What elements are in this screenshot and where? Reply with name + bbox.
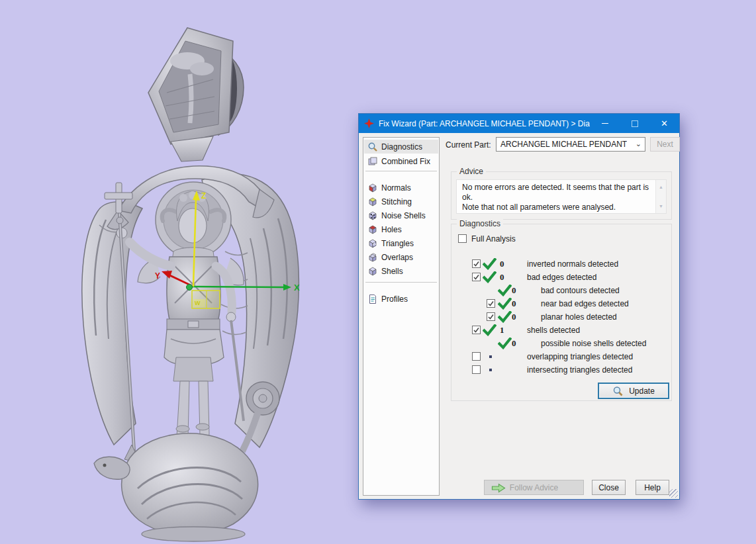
sidebar-item-label: Profiles [381,295,408,304]
app-logo-icon [364,118,374,128]
sidebar-item-holes[interactable]: Holes [364,222,438,236]
checkbox-check-icon [487,300,495,307]
update-button-label: Update [629,386,655,396]
diagnostic-row: 0 bad edges detected [451,271,671,284]
advice-text-box: No more errors are detected. It seems th… [456,179,667,214]
minimize-button[interactable] [590,114,620,133]
bail [148,28,244,161]
sidebar-item-combined-fix[interactable]: Combined Fix [364,154,438,168]
sidebar-item-label: Normals [381,183,411,193]
row-label: possible noise shells detected [541,339,646,348]
noise-shells-cube-icon [367,210,378,221]
diagnostics-group-label: Diagnostics [457,219,503,228]
row-checkbox[interactable] [487,312,495,321]
row-checkbox[interactable] [472,273,481,281]
row-label: bad edges detected [527,273,596,282]
current-part-value: ARCHANGEL MICHAEL PENDANT [500,140,627,149]
holes-cube-icon [367,224,378,235]
bullet-dot-icon [489,369,492,371]
full-analysis-checkbox[interactable] [458,234,467,243]
follow-advice-button[interactable]: Follow Advice [484,480,584,495]
magnifier-icon [612,386,623,396]
diagnostic-row: 0 planar holes detected [451,310,671,324]
close-button[interactable]: ✕ [649,114,679,133]
diagnostic-row: 0 near bad edges detected [451,297,671,310]
left-wing [82,202,142,445]
row-label: near bad edges detected [541,299,629,308]
sidebar-item-stitching[interactable]: Stitching [364,195,438,208]
ok-check-icon [498,285,512,298]
sidebar-item-diagnostics[interactable]: Diagnostics [364,140,438,154]
diagnostic-row: 0 inverted normals detected [451,257,671,271]
diagnostic-row: 1 shells detected [451,324,671,337]
help-button[interactable]: Help [636,480,669,495]
advice-line: No more errors are detected. It seems th… [462,183,651,203]
sidebar-item-label: Combined Fix [381,157,430,166]
scroll-up-icon[interactable]: ▲ [656,182,666,192]
maximize-icon [632,120,638,127]
row-label: overlapping triangles detected [527,352,633,361]
advice-scrollbar[interactable]: ▲ ▼ [655,180,666,213]
diagnostic-row: overlapping triangles detected [451,350,671,363]
next-button[interactable]: Next [650,137,680,152]
axis-x-label: X [294,283,300,293]
sidebar-item-triangles[interactable]: Triangles [364,236,438,250]
checkbox-check-icon [487,313,495,320]
maximize-button[interactable] [620,114,649,133]
row-checkbox[interactable] [472,259,481,268]
sidebar-separator [365,282,437,283]
magnifier-icon [367,142,378,152]
advice-group-label: Advice [457,167,486,176]
advice-line: Note that not all parameters were analys… [462,203,651,212]
row-checkbox[interactable] [472,352,481,361]
resize-grip[interactable] [669,489,678,498]
fix-wizard-dialog: Fix Wizard (Part: ARCHANGEL MICHAEL PEND… [358,113,680,500]
row-checkbox[interactable] [487,299,495,308]
current-part-select[interactable]: ARCHANGEL MICHAEL PENDANT ⌄ [496,137,645,152]
diagnostic-row: 0 possible noise shells detected [451,337,671,350]
ok-check-icon [483,271,496,285]
row-checkbox[interactable] [472,326,481,334]
sidebar-item-label: Overlaps [381,253,413,262]
sidebar-item-normals[interactable]: Normals [364,181,438,195]
chevron-down-icon: ⌄ [636,140,641,148]
checkbox-check-icon [473,260,480,267]
close-dialog-button[interactable]: Close [592,480,626,495]
ok-check-icon [483,258,496,272]
sidebar-item-label: Shells [381,267,403,276]
sidebar-item-label: Noise Shells [381,211,426,220]
gizmo-label: W [195,300,201,306]
row-checkbox[interactable] [472,365,481,374]
update-button[interactable]: Update [598,383,669,399]
profiles-document-icon [367,294,378,304]
sidebar-item-overlaps[interactable]: Overlaps [364,250,438,264]
row-count: 0 [512,338,516,349]
row-label: intersecting triangles detected [527,365,632,375]
row-label: planar holes detected [541,312,617,322]
dialog-titlebar[interactable]: Fix Wizard (Part: ARCHANGEL MICHAEL PEND… [359,114,679,133]
sidebar-item-noise-shells[interactable]: Noise Shells [364,208,438,222]
advice-group: Advice No more errors are detected. It s… [451,171,672,220]
full-analysis-label: Full Analysis [471,234,516,244]
diagnostic-row: 0 bad contours detected [451,284,671,297]
row-count: 0 [500,272,504,283]
row-count: 0 [500,259,504,269]
sidebar-item-profiles[interactable]: Profiles [364,292,438,306]
row-label: inverted normals detected [527,259,618,269]
row-label: bad contours detected [541,286,620,295]
3d-viewport[interactable]: X Y Z W [0,0,357,544]
axis-y-label: Y [155,271,160,281]
triangles-cube-icon [367,238,378,249]
row-count: 0 [512,285,516,296]
scroll-down-icon[interactable]: ▼ [656,201,666,211]
sidebar-item-shells[interactable]: Shells [364,264,438,278]
combined-fix-icon [367,156,378,167]
minimize-icon [602,123,608,124]
pendant-model: X Y Z W [0,0,357,544]
row-count: 0 [512,298,516,309]
overlaps-cube-icon [367,252,378,263]
checkbox-check-icon [473,273,480,281]
sidebar-item-label: Holes [381,225,402,234]
wizard-sidebar: Diagnostics Combined Fix Normals [363,137,440,496]
ok-check-icon [483,324,496,338]
